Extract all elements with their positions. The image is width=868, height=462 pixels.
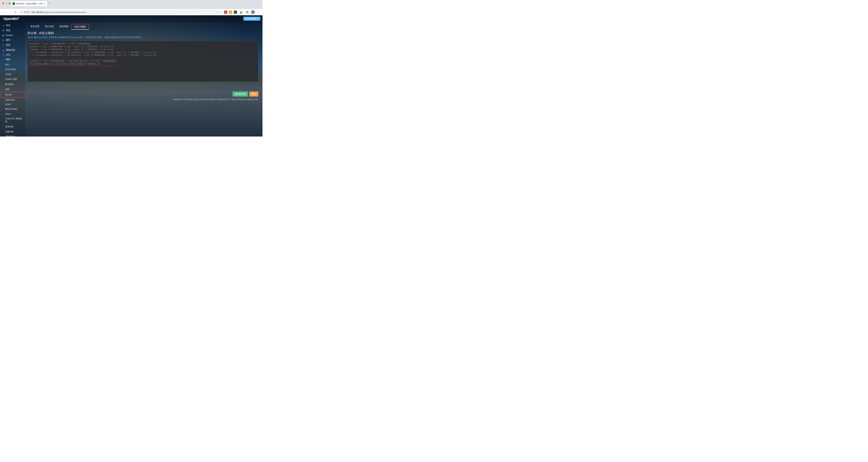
code-line: [ -n "$(command -v ip6tables)" ] && ip6t… — [30, 54, 256, 57]
sidebar-item-label: 腾讯云DDNS — [5, 108, 18, 111]
sidebar-item-label: 服务 — [6, 38, 10, 41]
custom-rules-textarea[interactable]: #iptables -t nat -I POSTROUTING -o eth0 … — [28, 41, 258, 82]
sidebar-icon: ☁ — [2, 49, 4, 51]
insecure-badge: ⚠ 不安全 — [21, 11, 30, 14]
sidebar-icon: ✿ — [2, 29, 4, 32]
nav-forward-button[interactable]: → — [8, 10, 12, 14]
sidebar-icon: ◧ — [2, 34, 4, 36]
tabs-nav: 基本设置端口转发通信规则自定义规则 — [28, 24, 258, 30]
highlighted-code-block: iptables -t nat -A POSTROUTING -s 192.16… — [30, 60, 116, 66]
sidebar-item-label: Turbo ACC 网络加速 — [5, 117, 23, 123]
logo[interactable]: OpenWrt® — [3, 17, 19, 21]
sidebar-item-docker[interactable]: ◧Docker — [0, 33, 25, 37]
sidebar-subitem-接口[interactable]: 接口 — [0, 62, 25, 67]
code-line: iptables -t nat -A PREROUTING -p udp --d… — [30, 45, 256, 48]
sidebar-icon: ⎋ — [2, 59, 4, 61]
warning-icon: ⚠ — [21, 11, 23, 13]
sidebar-subitem-Turbo ACC 网络加速[interactable]: Turbo ACC 网络加速 — [0, 116, 25, 124]
window-minimize-button[interactable] — [5, 2, 7, 4]
code-line: iptables -t nat -A POSTROUTING -s 192.16… — [30, 60, 115, 63]
sidebar-subitem-多线多拨[interactable]: 多线多拨 — [0, 124, 25, 129]
url-input[interactable]: ⚠ 不安全 192.168.50.2/cgi-bin/luci/admin/ne… — [19, 10, 222, 15]
tab-自定义规则[interactable]: 自定义规则 — [71, 24, 89, 30]
sidebar-item-网络存储[interactable]: ☁网络存储 — [0, 48, 25, 53]
reset-button[interactable]: 复位 — [249, 91, 258, 96]
sidebar-item-网络[interactable]: ⎋网络 — [0, 57, 25, 62]
new-tab-button[interactable]: + — [47, 2, 52, 5]
unsaved-changes-badge[interactable]: 未保存的配置: 2 — [243, 17, 260, 21]
extension-icon[interactable]: 1097 — [229, 10, 232, 14]
sidebar-subitem-主机名[interactable]: 主机名 — [0, 72, 25, 77]
url-text: 192.168.50.2/cgi-bin/luci/admin/network/… — [31, 11, 87, 13]
sidebar-item-label: 网络 — [6, 58, 10, 61]
sidebar-item-服务[interactable]: ⊞服务 — [0, 37, 25, 42]
tab-bar: O OpenWrt - 自定义规则 - LuCI × + — [9, 1, 262, 6]
tab-端口转发[interactable]: 端口转发 — [42, 24, 57, 30]
sidebar-subitem-静态路由[interactable]: 静态路由 — [0, 82, 25, 87]
sidebar-subitem-负载均衡[interactable]: 负载均衡 — [0, 129, 25, 134]
window-maximize-button[interactable] — [9, 2, 10, 4]
code-line: [ -n "$(command -v ip6tables)" ] && ip6t… — [30, 51, 256, 54]
extensions-menu-icon[interactable]: 🧩 — [239, 10, 244, 14]
tab-通信规则[interactable]: 通信规则 — [57, 24, 71, 30]
sidebar-item-状态[interactable]: ★状态 — [0, 23, 25, 28]
code-line: #iptables -t nat -I POSTROUTING -o eth0 … — [30, 42, 256, 45]
footer-text: Powered by LuCI Master (git-23.198.59743… — [28, 98, 258, 100]
window-close-button[interactable] — [2, 2, 4, 4]
extension-icons: FE 1097 ⊞ 🧩 ⬒ ⋮ — [224, 10, 261, 14]
action-buttons: 重启防火墙 复位 — [28, 91, 258, 96]
sidebar-item-label: Docker — [6, 34, 13, 36]
sidebar-item-label: 系统 — [6, 29, 10, 32]
browser-chrome: O OpenWrt - 自定义规则 - LuCI × + — [0, 0, 262, 9]
tab-favicon-icon: O — [12, 2, 15, 5]
code-line: iptables -t nat -A PREROUTING -p tcp --d… — [30, 48, 256, 51]
sidebar-item-label: 带宽监控 — [6, 135, 15, 137]
sidebar-item-label: 负载均衡 — [5, 130, 13, 133]
sidebar-item-管控[interactable]: ✦管控 — [0, 42, 25, 48]
sidebar-item-label: Socat — [5, 113, 10, 115]
sidebar-item-label: 静态路由 — [5, 83, 13, 86]
page-description: 自定义规则允许您执行不属于防火墙框架的任意 iptables 命令。每次重启防火… — [28, 36, 258, 39]
sidebar-subitem-SQM QoS[interactable]: SQM QoS — [0, 97, 25, 102]
nav-reload-button[interactable]: ↻ — [13, 10, 17, 14]
sidebar-icon: ★ — [2, 24, 4, 27]
sidebar-item-带宽监控[interactable]: ◷带宽监控 — [0, 134, 25, 137]
sidebar-item-label: 主机名 — [5, 73, 11, 76]
downloads-icon[interactable]: ⬒ — [245, 10, 249, 14]
sidebar-item-label: 防火墙 — [5, 93, 11, 96]
browser-menu-icon[interactable]: ⋮ — [256, 10, 261, 14]
extension-icon[interactable]: ⊞ — [234, 10, 237, 14]
sidebar: ★状态✿系统◧Docker⊞服务✦管控☁网络存储✕VPN⎋网络接口DHCP/DN… — [0, 22, 25, 137]
sidebar-item-label: VPN — [6, 54, 10, 56]
layout: ★状态✿系统◧Docker⊞服务✦管控☁网络存储✕VPN⎋网络接口DHCP/DN… — [0, 22, 262, 137]
nav-back-button[interactable]: ← — [2, 10, 6, 14]
sidebar-subitem-DHCP/DNS[interactable]: DHCP/DNS — [0, 67, 25, 72]
sidebar-item-label: 网络存储 — [6, 49, 15, 52]
tab-基本设置[interactable]: 基本设置 — [28, 24, 42, 30]
page-title: 防火墙 - 自定义规则 — [28, 31, 258, 35]
extension-icon[interactable]: FE — [224, 10, 227, 14]
sidebar-item-label: 管控 — [6, 44, 10, 47]
profile-avatar[interactable] — [251, 10, 255, 14]
sidebar-icon: ✕ — [2, 54, 4, 56]
browser-tab[interactable]: O OpenWrt - 自定义规则 - LuCI × — [11, 1, 47, 6]
sidebar-subitem-IP/MAC 绑定[interactable]: IP/MAC 绑定 — [0, 77, 25, 82]
sidebar-item-vpn[interactable]: ✕VPN — [0, 53, 25, 57]
restart-firewall-button[interactable]: 重启防火墙 — [232, 91, 248, 96]
sidebar-subitem-EQoS[interactable]: EQoS — [0, 102, 25, 107]
sidebar-subitem-腾讯云DDNS[interactable]: 腾讯云DDNS — [0, 107, 25, 112]
page-header: OpenWrt® 未保存的配置: 2 — [0, 15, 262, 22]
sidebar-subitem-诊断[interactable]: 诊断 — [0, 87, 25, 92]
sidebar-icon: ⊞ — [2, 39, 4, 41]
sidebar-subitem-防火墙[interactable]: 防火墙 — [0, 92, 25, 97]
sidebar-icon: ◷ — [2, 136, 4, 137]
tab-title: OpenWrt - 自定义规则 - LuCI — [16, 2, 43, 5]
sidebar-item-label: 接口 — [5, 63, 9, 66]
sidebar-item-label: 诊断 — [5, 88, 9, 91]
sidebar-item-系统[interactable]: ✿系统 — [0, 28, 25, 33]
sidebar-subitem-Socat[interactable]: Socat — [0, 112, 25, 116]
sidebar-item-label: IP/MAC 绑定 — [5, 78, 17, 81]
bookmark-star-icon[interactable]: ☆ — [217, 11, 220, 13]
tab-close-icon[interactable]: × — [44, 2, 45, 5]
sidebar-icon: ✦ — [2, 44, 4, 47]
